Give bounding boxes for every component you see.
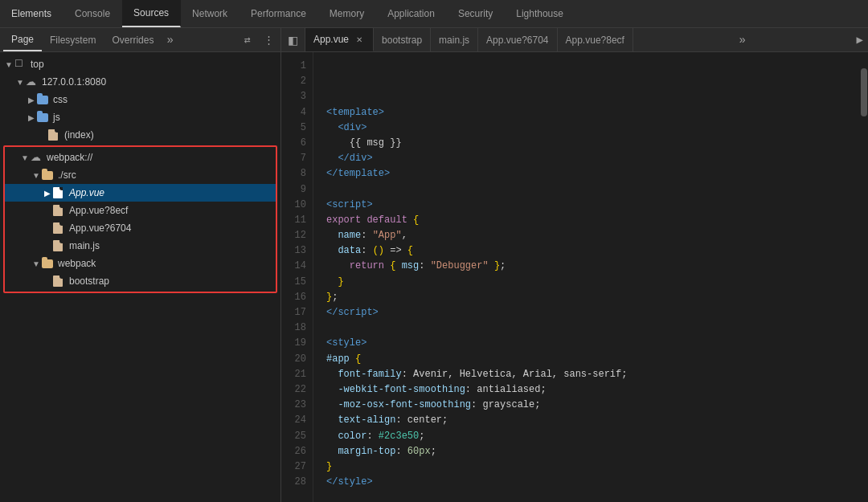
scrollbar-thumb[interactable] bbox=[861, 68, 867, 116]
tree-label-webpack-root: webpack:// bbox=[47, 152, 92, 163]
filetab-appvue6704-label: App.vue?6704 bbox=[486, 35, 548, 46]
tree-arrow-appvue8ecf: ▶ bbox=[42, 206, 53, 215]
tab-security[interactable]: Security bbox=[447, 0, 505, 27]
line-23: text-align: center; bbox=[326, 414, 448, 426]
line-18: <style> bbox=[326, 337, 366, 349]
more-options-button[interactable]: ⋮ bbox=[260, 31, 277, 49]
filetab-more-button[interactable]: » bbox=[733, 28, 752, 51]
tree-item-appvue[interactable]: ▶ App.vue bbox=[5, 184, 276, 202]
tab-network[interactable]: Network bbox=[181, 0, 240, 27]
file-index-icon bbox=[48, 129, 61, 141]
line-24: color: #2c3e50; bbox=[326, 431, 424, 442]
tab-console[interactable]: Console bbox=[63, 0, 122, 27]
tree-item-css[interactable]: ▶ css bbox=[0, 91, 280, 108]
line-14: } bbox=[326, 276, 344, 288]
filetab-appvue[interactable]: App.vue ✕ bbox=[305, 28, 374, 51]
tab-sources[interactable]: Sources bbox=[122, 0, 181, 27]
tree-item-js[interactable]: ▶ js bbox=[0, 108, 280, 126]
ln-10: 10 bbox=[281, 198, 306, 213]
checkbox-icon: ☐ bbox=[14, 58, 27, 71]
tree-item-webpack-root[interactable]: ▼ ☁ webpack:// bbox=[5, 149, 276, 166]
sub-tab-bar: Page Filesystem Overrides » ⇄ ⋮ bbox=[0, 28, 280, 52]
webpack-section: ▼ ☁ webpack:// ▼ ./src ▶ App.vue bbox=[3, 145, 277, 293]
filetab-appvue-close[interactable]: ✕ bbox=[354, 34, 365, 45]
performance-label: Performance bbox=[251, 8, 306, 19]
filetab-bootstrap-label: bootstrap bbox=[382, 35, 422, 46]
line-16: </script> bbox=[326, 307, 379, 318]
ln-9: 9 bbox=[281, 182, 306, 198]
tab-application[interactable]: Application bbox=[376, 0, 447, 27]
line-4: <div> bbox=[326, 122, 366, 133]
filetab-appvue8ecf[interactable]: App.vue?8ecf bbox=[558, 28, 633, 51]
tree-item-appvue8ecf[interactable]: ▶ App.vue?8ecf bbox=[5, 202, 276, 219]
code-content[interactable]: <template> <div> {{ msg }} </div> </temp… bbox=[313, 52, 860, 502]
cloud-webpack-icon: ☁ bbox=[31, 151, 43, 164]
sources-label: Sources bbox=[133, 7, 169, 18]
line-26: } bbox=[326, 461, 332, 472]
right-panel: ◧ App.vue ✕ bootstrap main.js App.vue?67… bbox=[281, 28, 868, 502]
ln-1: 1 bbox=[281, 59, 306, 74]
subtab-more-button[interactable]: » bbox=[162, 28, 178, 51]
filetab-appvue6704[interactable]: App.vue?6704 bbox=[478, 28, 557, 51]
tab-elements[interactable]: Elements bbox=[0, 0, 63, 27]
ln-25: 25 bbox=[281, 429, 306, 444]
ln-5: 5 bbox=[281, 120, 306, 136]
tree-item-appvue6704[interactable]: ▶ App.vue?6704 bbox=[5, 219, 276, 237]
line-15: }; bbox=[326, 292, 338, 303]
ln-23: 23 bbox=[281, 398, 306, 413]
tree-item-top[interactable]: ▼ ☐ top bbox=[0, 55, 280, 73]
tree-item-bootstrap[interactable]: ▶ bootstrap bbox=[5, 272, 276, 290]
tree-label-css: css bbox=[53, 94, 68, 105]
line-9: <script> bbox=[326, 199, 373, 210]
line-21: -webkit-font-smoothing: antialiased; bbox=[326, 384, 547, 395]
ln-8: 8 bbox=[281, 166, 306, 182]
line-7: </template> bbox=[326, 168, 390, 179]
subtab-filesystem[interactable]: Filesystem bbox=[42, 28, 104, 51]
scrollbar-track[interactable] bbox=[860, 52, 868, 502]
security-label: Security bbox=[458, 8, 493, 19]
tree-arrow-src: ▼ bbox=[31, 171, 42, 180]
memory-label: Memory bbox=[330, 8, 364, 19]
ln-16: 16 bbox=[281, 290, 306, 305]
filetab-action-button[interactable]: ▶ bbox=[852, 28, 868, 51]
tree-item-index[interactable]: ▶ (index) bbox=[0, 126, 280, 144]
tab-performance[interactable]: Performance bbox=[240, 0, 318, 27]
ln-24: 24 bbox=[281, 413, 306, 428]
left-panel: Page Filesystem Overrides » ⇄ ⋮ ▼ ☐ top bbox=[0, 28, 281, 502]
tree-item-server[interactable]: ▼ ☁ 127.0.0.1:8080 bbox=[0, 73, 280, 91]
tree-label-mainjs: main.js bbox=[69, 240, 100, 251]
tree-item-webpackdir[interactable]: ▼ webpack bbox=[5, 255, 276, 272]
network-label: Network bbox=[192, 8, 227, 19]
ln-3: 3 bbox=[281, 89, 306, 104]
file-appvue8ecf-icon bbox=[53, 204, 66, 217]
tree-item-src[interactable]: ▼ ./src bbox=[5, 166, 276, 184]
ln-15: 15 bbox=[281, 275, 306, 290]
tree-label-appvue8ecf: App.vue?8ecf bbox=[69, 205, 128, 216]
panel-toggle-icon: ◧ bbox=[288, 34, 298, 47]
ln-18: 18 bbox=[281, 320, 306, 336]
file-appvue-icon bbox=[53, 186, 66, 199]
application-label: Application bbox=[387, 8, 435, 19]
tree-label-bootstrap: bootstrap bbox=[69, 275, 109, 287]
sync-button[interactable]: ⇄ bbox=[239, 31, 256, 49]
line-10: export default { bbox=[326, 214, 419, 226]
file-tab-panel-toggle[interactable]: ◧ bbox=[281, 28, 305, 51]
tree-item-mainjs[interactable]: ▶ main.js bbox=[5, 237, 276, 255]
filetab-mainjs[interactable]: main.js bbox=[431, 28, 478, 51]
subtab-page[interactable]: Page bbox=[3, 28, 42, 51]
subtab-overrides[interactable]: Overrides bbox=[104, 28, 162, 51]
tab-lighthouse[interactable]: Lighthouse bbox=[505, 0, 575, 27]
tree-arrow-index: ▶ bbox=[37, 131, 48, 140]
ln-14: 14 bbox=[281, 259, 306, 274]
filetab-bootstrap[interactable]: bootstrap bbox=[374, 28, 431, 51]
ln-21: 21 bbox=[281, 367, 306, 382]
folder-js-icon bbox=[37, 111, 50, 124]
console-label: Console bbox=[75, 8, 110, 19]
line-25: margin-top: 60px; bbox=[326, 446, 436, 457]
line-17 bbox=[326, 322, 332, 333]
tab-memory[interactable]: Memory bbox=[318, 0, 376, 27]
tree-label-webpackdir: webpack bbox=[58, 258, 96, 269]
line-20: font-family: Avenir, Helvetica, Arial, s… bbox=[326, 369, 627, 380]
ln-2: 2 bbox=[281, 74, 306, 89]
ln-26: 26 bbox=[281, 444, 306, 459]
